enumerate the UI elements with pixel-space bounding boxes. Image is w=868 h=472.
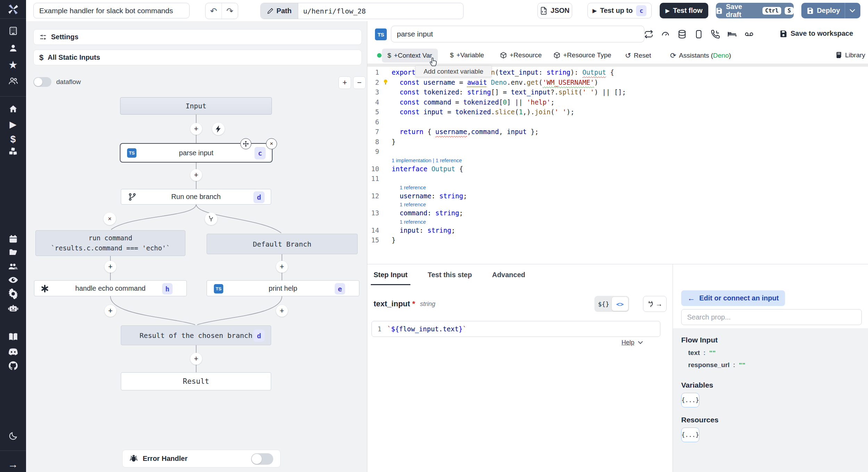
add-branch-button[interactable] (205, 213, 217, 225)
sidebar-item-audit-eye-icon[interactable] (0, 273, 26, 287)
codelens-link[interactable]: 1 implementation | 1 reference (367, 157, 868, 164)
add-resource-type-button[interactable]: +Resource Type (553, 51, 611, 59)
save-draft-button[interactable]: Save draft Ctrl S (716, 3, 794, 18)
resources-expand-chip[interactable]: {...} (681, 428, 699, 442)
reset-button[interactable]: ↺ Reset (625, 51, 651, 60)
flow-node-run-one-branch[interactable]: Run one branch d (121, 189, 271, 205)
sidebar-item-dark-mode-moon-icon[interactable] (0, 429, 26, 443)
undo-button[interactable]: ↶ (206, 3, 222, 19)
redo-button[interactable]: ↷ (222, 3, 238, 19)
save-to-workspace-button[interactable]: Save to workspace (780, 30, 853, 38)
phone-incoming-icon[interactable] (711, 30, 720, 39)
flow-node-branch-result[interactable]: Result of the chosen branch d (121, 325, 271, 345)
flow-node-result[interactable]: Result (121, 372, 271, 390)
connectable-prop-row[interactable]: response_url:"" (688, 361, 868, 373)
path-edit-button[interactable]: Path (261, 3, 298, 19)
code-line[interactable]: 13 command: string; (367, 208, 868, 218)
error-handler-toggle[interactable] (251, 453, 273, 465)
flow-node-input[interactable]: Input (120, 97, 272, 115)
move-step-button[interactable] (240, 138, 251, 149)
sidebar-expand-arrow-icon[interactable]: → (0, 457, 26, 471)
add-step-button[interactable]: + (190, 123, 202, 135)
code-line[interactable]: 2 const username = await Deno.env.get('W… (367, 77, 868, 88)
sidebar-item-user-icon[interactable] (0, 41, 26, 55)
add-step-button[interactable]: + (276, 261, 288, 273)
flow-node-handle-echo-command[interactable]: handle echo command h (34, 280, 187, 296)
flow-node-branch-predicate[interactable]: run command `results.c.command === 'echo… (35, 230, 185, 256)
delete-step-button[interactable]: × (266, 138, 277, 149)
step-name-input[interactable]: parse input (391, 26, 644, 42)
edit-or-connect-button[interactable]: ← Edit or connect an input (681, 290, 785, 306)
sidebar-item-resources-cubes-icon[interactable] (0, 144, 26, 158)
connectable-prop-row[interactable]: text:"" (688, 349, 868, 361)
tab-step-input[interactable]: Step Input (374, 264, 408, 285)
code-editor[interactable]: 1export async function main(text_input: … (367, 67, 868, 245)
code-line[interactable]: 8} (367, 137, 868, 147)
expression-editor[interactable]: 1 `${flow_input.text}` (372, 321, 660, 337)
deploy-dropdown-button[interactable] (845, 3, 860, 18)
code-line[interactable]: 6 (367, 117, 868, 127)
test-flow-button[interactable]: ▶ Test flow (660, 3, 708, 18)
add-step-button[interactable]: + (276, 305, 288, 317)
code-line[interactable]: 9 (367, 147, 868, 157)
sidebar-item-ai-robot-icon[interactable] (0, 301, 26, 315)
codelens-link[interactable]: 1 reference (367, 218, 868, 225)
trigger-bolt-button[interactable] (212, 123, 225, 135)
sidebar-item-docs-book-icon[interactable] (0, 330, 26, 344)
sidebar-item-settings-gear-icon[interactable] (0, 287, 26, 301)
add-step-button[interactable]: + (105, 305, 116, 317)
windmill-logo-icon[interactable] (0, 2, 26, 16)
sidebar-item-discord-icon[interactable] (0, 345, 26, 359)
sidebar-item-favorites-star-icon[interactable]: ★ (0, 58, 26, 72)
flow-title-input[interactable]: Example handler for slack bot commands (33, 3, 190, 18)
sidebar-item-schedules-calendar-icon[interactable] (0, 232, 26, 246)
sleep-voicemail-icon[interactable] (744, 30, 754, 39)
variables-expand-chip[interactable]: {...} (681, 393, 699, 407)
add-step-button[interactable]: + (105, 261, 116, 273)
sidebar-item-workspace-building-icon[interactable] (0, 24, 26, 38)
connect-input-button[interactable]: → (643, 296, 667, 312)
cache-database-icon[interactable] (677, 30, 687, 39)
quick-fix-lightbulb[interactable] (379, 77, 392, 88)
tab-test-this-step[interactable]: Test this step (428, 264, 472, 285)
search-prop-input[interactable]: Search prop... (681, 309, 862, 325)
code-line[interactable]: 4 const command = tokenized[0] || 'help'… (367, 97, 868, 107)
codelens-link[interactable]: 1 reference (367, 201, 868, 208)
remove-branch-button[interactable]: × (103, 213, 116, 225)
lightbulb-icon[interactable] (383, 79, 389, 85)
sidebar-item-workers-groups-icon[interactable] (0, 259, 26, 273)
assistants-button[interactable]: ⟳ Assistants (Deno) (670, 51, 731, 60)
sidebar-item-variables-dollar-icon[interactable]: $ (0, 132, 26, 146)
add-step-button[interactable]: + (190, 169, 202, 181)
code-line[interactable]: 7 return { username,command, input }; (367, 127, 868, 137)
add-variable-button[interactable]: $ +Variable (450, 51, 484, 59)
add-resource-button[interactable]: +Resource (500, 51, 542, 59)
retries-repeat-icon[interactable] (644, 30, 653, 39)
flow-node-default-branch[interactable]: Default Branch (207, 234, 358, 254)
test-up-to-button[interactable]: ▶ Test up to c (587, 3, 652, 18)
sidebar-item-home-icon[interactable] (0, 102, 26, 116)
code-line[interactable]: 5 const input = tokenized.slice(1,).join… (367, 107, 868, 117)
codelens-link[interactable]: 1 reference (367, 184, 868, 191)
code-line[interactable]: 12 username: string; (367, 191, 868, 201)
sidebar-item-github-icon[interactable] (0, 359, 26, 373)
json-button[interactable]: JSON (537, 3, 572, 18)
sidebar-item-groups-icon[interactable] (0, 74, 26, 88)
code-line[interactable]: 10interface Output { (367, 164, 868, 174)
tab-advanced[interactable]: Advanced (492, 264, 525, 285)
code-line[interactable]: 14 input: string; (367, 225, 868, 235)
sidebar-item-folders-icon[interactable] (0, 246, 26, 259)
flow-node-print-help[interactable]: TS print help e (207, 280, 359, 296)
code-line[interactable]: 11 (367, 174, 868, 184)
code-mode-button[interactable]: <> (612, 297, 628, 311)
library-button[interactable]: Library (835, 51, 865, 59)
help-link[interactable]: Help (621, 339, 643, 346)
sidebar-item-runs-play-icon[interactable]: ▶ (0, 117, 26, 131)
deploy-button[interactable]: Deploy (802, 3, 845, 18)
code-line[interactable]: 15} (367, 235, 868, 245)
early-stop-gauge-icon[interactable] (661, 30, 670, 39)
suspend-bed-icon[interactable] (727, 30, 737, 39)
mock-window-icon[interactable] (694, 30, 703, 39)
code-line[interactable]: 3 const tokenized: string[] = text_input… (367, 87, 868, 97)
add-step-button[interactable]: + (190, 353, 202, 365)
